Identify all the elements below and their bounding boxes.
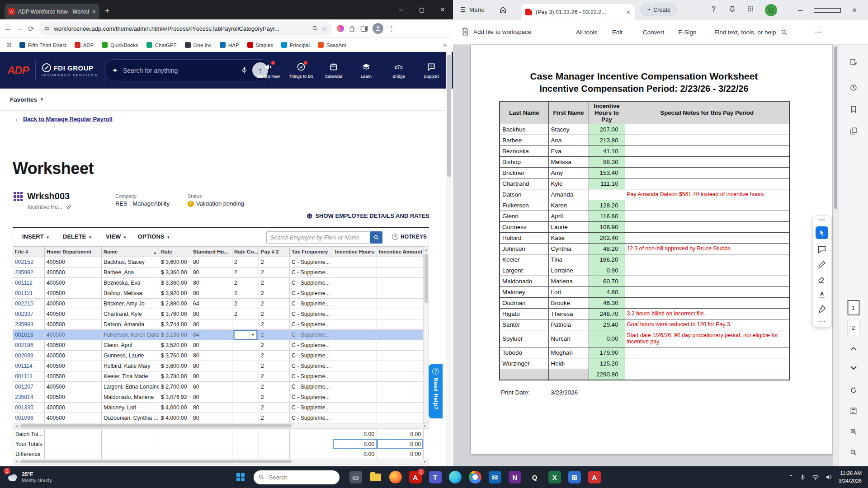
bookmark-item[interactable]: Principal xyxy=(281,42,310,48)
grid-cell[interactable]: C - Suppleme... xyxy=(290,330,333,340)
grid-row[interactable]: 001112400500Beznoska, Eva$ 3,360.008022C… xyxy=(13,278,424,288)
grid-cell[interactable]: 2 xyxy=(259,319,290,330)
col-rate-code[interactable]: Rate Co... xyxy=(232,247,259,257)
grid-cell[interactable]: $ 3,136.00 xyxy=(159,330,191,340)
grid-cell[interactable]: $ 3,920.00 xyxy=(159,288,191,299)
grid-cell[interactable]: 80 xyxy=(191,361,232,371)
grid-cell[interactable]: 80 xyxy=(191,392,232,403)
grid-cell[interactable]: $ 3,360.00 xyxy=(159,278,191,288)
user-avatar[interactable] xyxy=(765,4,777,16)
file-number-cell[interactable]: 002337 xyxy=(13,309,45,319)
grid-cell[interactable]: 400500 xyxy=(45,299,102,309)
grid-cell[interactable]: 2 xyxy=(259,340,290,351)
col-rate[interactable]: Rate xyxy=(159,247,191,257)
grid-cell[interactable]: 2 xyxy=(232,267,259,278)
grid-cell[interactable]: C - Suppleme... xyxy=(290,361,333,371)
grid-cell[interactable] xyxy=(377,319,424,330)
grid-cell[interactable] xyxy=(377,288,424,299)
grid-cell[interactable]: 400500 xyxy=(45,319,102,330)
new-tab-button[interactable]: + xyxy=(105,6,110,16)
grid-cell[interactable]: 2 xyxy=(259,392,290,403)
grid-cell[interactable]: Glenn, April xyxy=(102,340,159,351)
eraser-tool-button[interactable] xyxy=(817,275,826,284)
grid-cell[interactable]: Fulkerson, Karen Danz xyxy=(102,330,159,340)
select-tool-button[interactable] xyxy=(816,226,828,239)
grid-cell[interactable] xyxy=(377,257,424,267)
grid-cell[interactable]: 2 xyxy=(232,278,259,288)
grid-cell[interactable] xyxy=(333,267,377,278)
apps-waffle-icon[interactable] xyxy=(747,5,754,12)
grid-row[interactable]: 001616400500Fulkerson, Karen Danz$ 3,136… xyxy=(13,330,424,340)
more-options-icon[interactable]: ⋯ xyxy=(815,28,822,36)
close-button[interactable]: ✕ xyxy=(432,0,453,19)
grid-cell[interactable]: 64 xyxy=(191,330,232,340)
view-menu-button[interactable]: VIEW▼ xyxy=(106,233,127,240)
grid-cell[interactable]: 400500 xyxy=(45,403,102,413)
col-home-department[interactable]: Home Department xyxy=(45,247,102,257)
grid-cell[interactable] xyxy=(377,361,424,371)
sign-tool-button[interactable] xyxy=(817,305,826,314)
grid-row[interactable]: 002215400500Brickner, Amy Jo$ 2,880.0064… xyxy=(13,299,424,309)
file-number-cell[interactable]: 001096 xyxy=(13,413,45,423)
delete-menu-button[interactable]: DELETE▼ xyxy=(63,233,92,240)
bookmark-star-icon[interactable]: ☆ xyxy=(322,25,327,32)
col-pay-2[interactable]: Pay # 2 xyxy=(259,247,290,257)
file-number-cell[interactable]: 001207 xyxy=(13,382,45,392)
grid-cell[interactable]: 64 xyxy=(191,299,232,309)
grid-cell[interactable] xyxy=(232,371,259,382)
file-number-cell[interactable]: 002099 xyxy=(13,351,45,361)
pages-copy-icon[interactable] xyxy=(849,127,858,135)
apps-grid-icon[interactable]: ⊞ xyxy=(6,42,11,48)
address-bar[interactable]: workforcenow.adp.com/theme/admin.html#/P… xyxy=(38,22,332,36)
col-incentive-hours[interactable]: Incentive Hours xyxy=(333,247,377,257)
grid-cell[interactable]: 80 xyxy=(191,257,232,267)
grid-cell[interactable]: 80 xyxy=(191,351,232,361)
grid-cell[interactable]: Largent, Edna Lorraine xyxy=(102,382,159,392)
bookmark-icon[interactable] xyxy=(849,105,858,113)
tab-close-icon[interactable]: × xyxy=(92,8,96,15)
bookmark-item[interactable]: Staples xyxy=(247,42,273,48)
back-icon[interactable]: ← xyxy=(5,24,12,33)
rate-code-dropdown[interactable]: ▼ xyxy=(234,331,257,339)
chevron-down-icon[interactable] xyxy=(850,366,857,370)
grid-cell[interactable]: C - Suppleme... xyxy=(290,299,333,309)
more-tools-icon[interactable]: ⋯ xyxy=(819,319,826,323)
help-icon[interactable]: ? xyxy=(712,5,716,14)
favorites-bar[interactable]: Favorites ▼ xyxy=(0,89,453,111)
grid-cell[interactable]: $ 3,600.00 xyxy=(159,361,191,371)
totals-hours[interactable]: 0.00 xyxy=(333,439,377,449)
volume-icon[interactable] xyxy=(826,474,832,480)
grid-cell[interactable]: 2 xyxy=(232,288,259,299)
browser-page-scrollbar[interactable] xyxy=(446,52,452,466)
grid-cell[interactable] xyxy=(333,403,377,413)
grid-cell[interactable] xyxy=(232,351,259,361)
bookmark-item[interactable]: SaasAnt xyxy=(318,42,346,48)
grid-cell[interactable]: $ 2,880.00 xyxy=(159,299,191,309)
grid-cell[interactable]: 2 xyxy=(259,413,290,423)
grid-cell[interactable] xyxy=(377,371,424,382)
grid-row[interactable]: 002099400500Gunness, Laurie$ 3,760.00802… xyxy=(13,351,424,361)
page-1-indicator[interactable]: 1 xyxy=(847,300,859,315)
nav-learn[interactable]: Learn xyxy=(350,62,382,79)
close-button[interactable]: × xyxy=(841,0,868,20)
grid-cell[interactable]: 2 xyxy=(232,309,259,319)
file-number-cell[interactable]: 001335 xyxy=(13,403,45,413)
zoom-out-icon[interactable] xyxy=(849,449,857,456)
grid-row[interactable]: 001207400500Largent, Edna Lorraine$ 2,70… xyxy=(13,382,424,392)
adp-logo[interactable]: ADP xyxy=(7,64,29,77)
taskbar-search-input[interactable] xyxy=(254,470,340,484)
edge-icon[interactable] xyxy=(449,471,462,483)
bell-icon[interactable] xyxy=(729,5,736,13)
file-number-cell[interactable]: 001112 xyxy=(13,278,45,288)
back-to-payroll-link[interactable]: ←Back to Manage Regular Payroll xyxy=(14,116,113,122)
file-number-cell[interactable]: 001113 xyxy=(13,371,45,382)
grid-cell[interactable] xyxy=(377,340,424,351)
file-explorer-icon[interactable] xyxy=(369,471,382,483)
grid-cell[interactable]: 400500 xyxy=(45,309,102,319)
file-number-cell[interactable]: 002196 xyxy=(13,340,45,351)
grid-cell[interactable]: 400500 xyxy=(45,257,102,267)
grid-cell[interactable]: $ 2,700.00 xyxy=(159,382,191,392)
tab-close-icon[interactable]: × xyxy=(627,9,630,16)
grid-cell[interactable]: $ 4,000.00 xyxy=(159,403,191,413)
edit-pencil-icon[interactable] xyxy=(66,204,72,210)
